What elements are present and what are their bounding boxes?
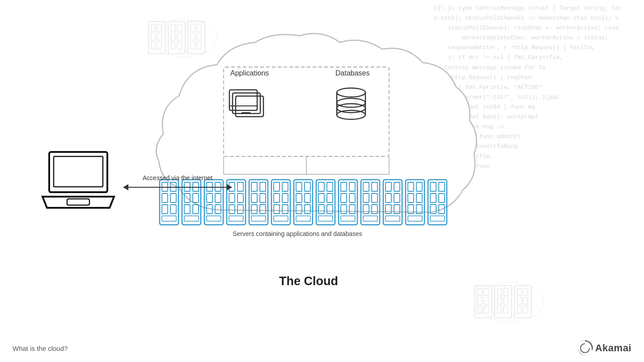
svg-rect-83 [215, 205, 221, 214]
svg-rect-90 [229, 205, 235, 214]
svg-rect-110 [296, 182, 302, 191]
svg-rect-151 [416, 182, 422, 191]
svg-rect-167 [67, 199, 89, 205]
svg-rect-74 [184, 205, 190, 214]
svg-rect-115 [305, 205, 310, 214]
svg-rect-80 [207, 194, 212, 202]
svg-rect-148 [386, 216, 400, 221]
svg-rect-127 [349, 182, 355, 191]
svg-rect-113 [305, 194, 310, 202]
arrow-right-head [227, 184, 232, 190]
svg-rect-163 [439, 205, 445, 214]
svg-rect-154 [408, 205, 414, 214]
cloud-shape: Applications Databases [134, 22, 483, 286]
svg-rect-72 [184, 194, 190, 202]
svg-rect-134 [363, 182, 369, 191]
akamai-logo: Akamai [576, 340, 631, 357]
svg-rect-42 [523, 306, 528, 313]
page-title: What is the cloud? [13, 345, 68, 352]
svg-rect-39 [517, 297, 521, 304]
svg-rect-33 [504, 297, 508, 304]
svg-rect-41 [517, 306, 521, 313]
svg-rect-135 [372, 182, 377, 191]
svg-rect-99 [260, 205, 266, 214]
svg-rect-162 [430, 205, 436, 214]
svg-rect-129 [349, 194, 355, 202]
svg-rect-95 [260, 182, 266, 191]
svg-rect-156 [408, 216, 422, 221]
svg-rect-32 [497, 297, 502, 304]
svg-rect-81 [215, 194, 221, 202]
svg-rect-66 [162, 205, 168, 214]
svg-rect-73 [193, 194, 199, 202]
svg-rect-105 [282, 194, 288, 202]
svg-rect-138 [363, 205, 369, 214]
svg-rect-159 [439, 182, 445, 191]
main-content: Applications Databases [0, 0, 644, 362]
svg-rect-84 [207, 216, 221, 221]
svg-rect-143 [394, 182, 400, 191]
svg-rect-75 [193, 205, 199, 214]
svg-rect-152 [408, 194, 414, 202]
svg-rect-145 [394, 194, 400, 202]
svg-rect-119 [327, 182, 333, 191]
svg-rect-136 [363, 194, 369, 202]
access-label: Accessed via the internet [123, 174, 232, 181]
svg-rect-104 [274, 194, 280, 202]
svg-rect-92 [229, 216, 243, 221]
svg-rect-88 [229, 194, 235, 202]
svg-rect-140 [363, 216, 377, 221]
svg-rect-100 [251, 216, 266, 221]
applications-label: Applications [230, 69, 269, 77]
svg-rect-108 [274, 216, 288, 221]
svg-rect-111 [305, 182, 310, 191]
svg-rect-31 [504, 288, 508, 295]
svg-rect-98 [251, 205, 257, 214]
svg-rect-91 [237, 205, 243, 214]
svg-rect-112 [296, 194, 302, 202]
svg-rect-155 [416, 205, 422, 214]
svg-rect-103 [282, 182, 288, 191]
svg-point-59 [337, 98, 365, 107]
svg-rect-35 [504, 306, 508, 313]
svg-rect-94 [251, 182, 257, 191]
svg-rect-26 [484, 297, 488, 304]
svg-rect-139 [372, 205, 377, 214]
svg-rect-158 [430, 182, 436, 191]
svg-rect-76 [184, 216, 199, 221]
svg-rect-146 [386, 205, 391, 214]
svg-rect-38 [523, 288, 528, 295]
svg-rect-116 [296, 216, 310, 221]
svg-rect-102 [274, 182, 280, 191]
svg-rect-131 [349, 205, 355, 214]
laptop-icon [40, 147, 116, 216]
svg-rect-164 [430, 216, 445, 221]
monitor-stack-icon [226, 85, 275, 127]
svg-rect-130 [341, 205, 347, 214]
svg-point-55 [337, 88, 365, 97]
svg-rect-67 [170, 205, 176, 214]
svg-rect-96 [251, 194, 257, 202]
svg-rect-64 [162, 194, 168, 202]
svg-rect-97 [260, 194, 266, 202]
svg-rect-153 [416, 194, 422, 202]
svg-rect-166 [54, 156, 103, 187]
svg-rect-142 [386, 182, 391, 191]
svg-point-43 [476, 282, 543, 322]
svg-rect-121 [327, 194, 333, 202]
svg-rect-34 [497, 306, 502, 313]
arrow-shaft [128, 187, 227, 188]
svg-rect-37 [517, 288, 521, 295]
svg-rect-128 [341, 194, 347, 202]
svg-rect-150 [408, 182, 414, 191]
svg-rect-106 [274, 205, 280, 214]
deco-servers-bottom [474, 280, 546, 326]
svg-rect-114 [296, 205, 302, 214]
svg-rect-126 [341, 182, 347, 191]
svg-rect-147 [394, 205, 400, 214]
database-cylinder-icon [331, 83, 371, 129]
cloud-title: The Cloud [134, 274, 483, 288]
svg-rect-161 [439, 194, 445, 202]
svg-rect-87 [237, 182, 243, 191]
svg-point-60 [337, 104, 365, 113]
